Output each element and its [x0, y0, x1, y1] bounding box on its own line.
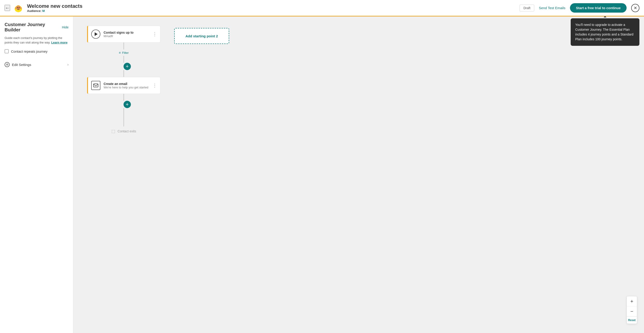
play-icon: [91, 29, 100, 39]
contact-signup-card: Contact signs up to MAadfr ⋮: [87, 26, 160, 43]
title-group: Welcome new contacts Audience: M: [27, 3, 520, 12]
add-starting-point-2-button[interactable]: Add starting point 2: [174, 28, 229, 44]
learn-more-link[interactable]: Learn more: [51, 41, 68, 44]
sidebar-title: Customer Journey Builder: [4, 22, 62, 32]
sidebar-hide-link[interactable]: Hide: [62, 25, 68, 29]
connector-2: +: [124, 94, 124, 126]
sidebar-description: Guide each contact's journey by plotting…: [4, 36, 68, 45]
svg-point-6: [17, 7, 18, 8]
topbar-actions: Send Test Emails Start a free trial to c…: [539, 3, 640, 12]
close-button[interactable]: ✕: [631, 4, 640, 12]
sidebar: Customer Journey Builder Hide Guide each…: [0, 16, 73, 333]
zoom-controls: + − Reset: [626, 296, 637, 324]
canvas: Contact signs up to MAadfr ⋮ ≡ Filter: [73, 16, 644, 333]
tooltip-text: You'll need to upgrade to activate a Cus…: [575, 23, 634, 41]
canvas-content: Contact signs up to MAadfr ⋮ ≡ Filter: [73, 16, 644, 143]
audience-label: Audience: M: [27, 9, 520, 12]
flow-column-main: Contact signs up to MAadfr ⋮ ≡ Filter: [87, 26, 160, 134]
chevron-right-icon: ›: [68, 62, 68, 67]
zoom-reset-button[interactable]: Reset: [627, 317, 637, 324]
card2-title: Create an email: [104, 82, 149, 86]
send-test-link[interactable]: Send Test Emails: [539, 6, 566, 10]
email-svg: [93, 84, 98, 87]
card1-menu-button[interactable]: ⋮: [152, 32, 157, 36]
svg-point-4: [15, 7, 17, 9]
vline-1a: [124, 43, 124, 49]
contact-exits-label: Contact exits: [118, 129, 136, 133]
play-triangle: [95, 32, 98, 36]
filter-label[interactable]: ≡ Filter: [119, 51, 128, 54]
vline-2b: [124, 108, 124, 126]
contact-repeats-label: Contact repeats journey: [11, 49, 48, 53]
vline-1b: [124, 56, 124, 63]
settings-label: Edit Settings: [12, 63, 31, 67]
main-layout: Customer Journey Builder Hide Guide each…: [0, 16, 644, 333]
gear-icon: ⚙: [4, 62, 10, 67]
upgrade-tooltip: You'll need to upgrade to activate a Cus…: [571, 18, 640, 46]
mailchimp-logo: [13, 2, 24, 13]
add-step-button-2[interactable]: +: [124, 101, 131, 108]
flow-columns: Contact signs up to MAadfr ⋮ ≡ Filter: [87, 26, 630, 134]
exit-icon: ⬚: [112, 129, 115, 134]
card1-title: Contact signs up to: [104, 31, 149, 34]
draft-badge: Draft: [520, 4, 534, 11]
page-title: Welcome new contacts: [27, 3, 520, 9]
card1-text: Contact signs up to MAadfr: [104, 31, 149, 38]
zoom-in-button[interactable]: +: [627, 296, 637, 307]
card2-menu-button[interactable]: ⋮: [152, 83, 157, 88]
back-button[interactable]: ←: [4, 5, 10, 11]
filter-icon: ≡: [119, 51, 120, 54]
card1-subtitle: MAadfr: [104, 34, 149, 38]
sidebar-header: Customer Journey Builder Hide: [4, 22, 68, 32]
card2-subtitle: We're here to help you get started: [104, 86, 149, 89]
start-trial-button[interactable]: Start a free trial to continue: [570, 3, 626, 12]
connector-1: ≡ Filter +: [124, 43, 124, 77]
email-icon: [91, 81, 100, 90]
vline-1c: [124, 70, 124, 77]
add-starting-point-2-label: Add starting point 2: [186, 34, 218, 38]
svg-rect-9: [94, 84, 98, 87]
edit-settings-row[interactable]: ⚙ Edit Settings ›: [4, 60, 68, 69]
topbar: ← Welcome new contacts Audience: M Draft…: [0, 0, 644, 16]
svg-point-8: [18, 8, 19, 9]
svg-point-7: [19, 7, 20, 8]
svg-point-5: [20, 7, 22, 9]
contact-repeats-row: Contact repeats journey: [4, 49, 68, 53]
create-email-card: Create an email We're here to help you g…: [87, 77, 160, 94]
vline-2a: [124, 94, 124, 101]
settings-left: ⚙ Edit Settings: [4, 62, 31, 67]
contact-repeats-checkbox[interactable]: [4, 49, 9, 53]
card2-text: Create an email We're here to help you g…: [104, 82, 149, 89]
starting-point-2-column: Add starting point 2: [174, 26, 229, 44]
add-step-button-1[interactable]: +: [124, 63, 131, 70]
contact-exits: ⬚ Contact exits: [112, 129, 136, 134]
zoom-out-button[interactable]: −: [627, 307, 637, 317]
